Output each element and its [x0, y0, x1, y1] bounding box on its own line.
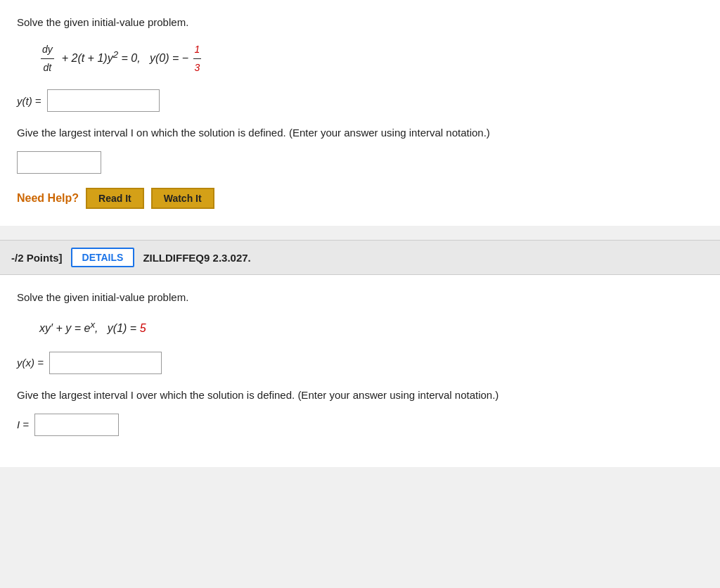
problem-1-interval-instruction: Give the largest interval I on which the… — [17, 124, 703, 141]
problem-2-section: Solve the given initial-value problem. x… — [0, 275, 720, 466]
problem-2-interval-row: I = — [17, 414, 703, 436]
problem-2-equation: xy′ + y = ex, y(1) = 5 — [39, 316, 703, 338]
problem-2-instruction: Solve the given initial-value problem. — [17, 289, 703, 306]
problem-1-answer-row: y(t) = — [17, 89, 703, 112]
problem-2-interval-label: I = — [17, 418, 29, 430]
need-help-label: Need Help? — [17, 192, 79, 205]
equation-dy-dt: dy dt + 2(t + 1)y2 = 0, y(0) = − 1 3 — [39, 52, 202, 64]
watch-it-button[interactable]: Watch It — [151, 188, 214, 209]
problem-2-answer-row: y(x) = — [17, 352, 703, 374]
section-spacer — [0, 226, 720, 240]
problem-1-equation: dy dt + 2(t + 1)y2 = 0, y(0) = − 1 3 — [39, 41, 703, 77]
points-label: -/2 Points] — [11, 252, 63, 264]
problem-1-answer-input[interactable] — [47, 89, 160, 112]
problem-1-answer-label: y(t) = — [17, 95, 41, 107]
details-button[interactable]: DETAILS — [71, 248, 135, 267]
read-it-button[interactable]: Read It — [86, 188, 144, 209]
problem-2-interval-input[interactable] — [34, 414, 119, 436]
fraction-dy-dt: dy dt — [41, 41, 54, 77]
need-help-row: Need Help? Read It Watch It — [17, 188, 703, 209]
problem-2-answer-input[interactable] — [49, 352, 162, 374]
problem-2-interval-instruction: Give the largest interval I over which t… — [17, 387, 703, 404]
problem-2-header: -/2 Points] DETAILS ZILLDIFFEQ9 2.3.027. — [0, 240, 720, 275]
problem-1-instruction: Solve the given initial-value problem. — [17, 14, 703, 31]
problem-1-section: Solve the given initial-value problem. d… — [0, 0, 720, 226]
section-id: ZILLDIFFEQ9 2.3.027. — [143, 252, 250, 264]
problem-2-answer-label: y(x) = — [17, 357, 44, 369]
fraction-1-3: 1 3 — [193, 41, 202, 77]
problem-1-interval-row — [17, 151, 703, 174]
problem-1-interval-input[interactable] — [17, 151, 101, 174]
